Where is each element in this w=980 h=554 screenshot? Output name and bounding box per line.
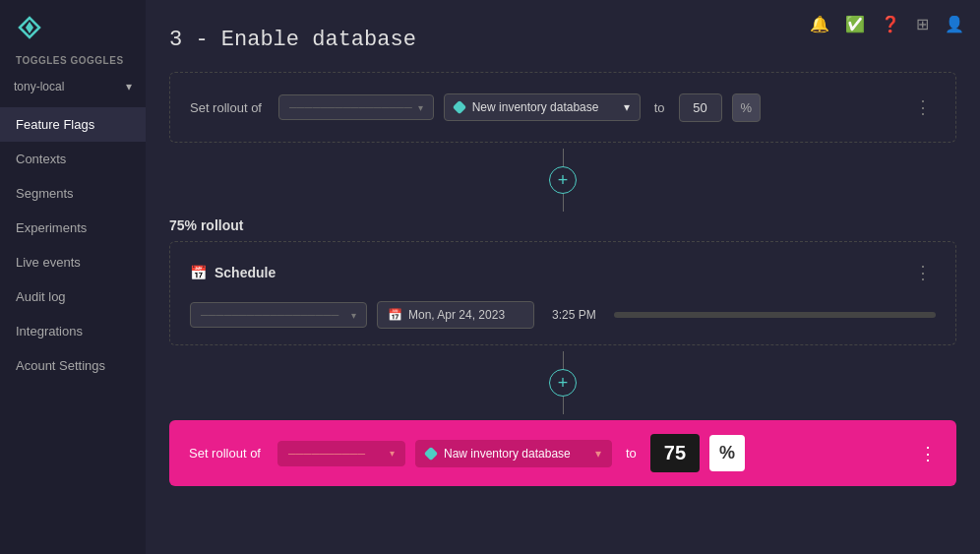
connector-line bbox=[563, 194, 564, 212]
sidebar-item-segments[interactable]: Segments bbox=[0, 176, 146, 211]
schedule-title-text: Schedule bbox=[214, 265, 276, 280]
step1-more-button[interactable]: ⋮ bbox=[910, 92, 936, 122]
step1-to-label: to bbox=[650, 100, 669, 115]
sidebar-item-label: Experiments bbox=[16, 220, 87, 235]
schedule-date-picker[interactable]: 📅 Mon, Apr 24, 2023 bbox=[377, 301, 534, 329]
topbar: 🔔 ✅ ❓ ⊞ 👤 bbox=[146, 0, 980, 47]
check-circle-icon[interactable]: ✅ bbox=[845, 15, 865, 33]
org-name: tony-local bbox=[14, 80, 64, 93]
step2-card: Set rollout of ────────── ▾ Naw inventor… bbox=[169, 420, 956, 486]
calendar-icon: 📅 bbox=[190, 265, 207, 280]
sidebar-item-label: Acount Settings bbox=[16, 358, 105, 373]
step1-strategy-select[interactable]: ──────────────── ▾ bbox=[278, 94, 434, 120]
step2-feature-name: Naw inventory database bbox=[444, 447, 571, 461]
sidebar-item-live-events[interactable]: Live events bbox=[0, 245, 146, 279]
rollout-section: 75% rollout 📅 Schedule ⋮ ───────────────… bbox=[169, 217, 956, 345]
sidebar: TOGGLES GOGGLES tony-local ▾ Feature Fla… bbox=[0, 0, 146, 554]
sidebar-item-integrations[interactable]: Integrations bbox=[0, 314, 146, 348]
schedule-date: Mon, Apr 24, 2023 bbox=[408, 308, 505, 322]
add-step-button-2[interactable]: + bbox=[549, 369, 577, 397]
sidebar-item-account-settings[interactable]: Acount Settings bbox=[0, 348, 146, 383]
sidebar-item-label: Contexts bbox=[16, 152, 66, 166]
question-circle-icon[interactable]: ❓ bbox=[881, 15, 900, 33]
step2-more-button[interactable]: ⋮ bbox=[919, 443, 937, 464]
step2-strategy-select[interactable]: ────────── ▾ bbox=[277, 441, 405, 466]
calendar-icon: 📅 bbox=[388, 308, 402, 322]
schedule-header: 📅 Schedule ⋮ bbox=[190, 258, 936, 287]
rollout-percent-label: 75% rollout bbox=[169, 217, 956, 233]
step1-percent-sign: % bbox=[732, 93, 762, 122]
feature-dot-icon bbox=[453, 100, 466, 114]
org-selector[interactable]: tony-local ▾ bbox=[0, 74, 146, 99]
step1-strategy-value: ──────────────── bbox=[289, 101, 412, 113]
schedule-more-button[interactable]: ⋮ bbox=[910, 258, 936, 287]
plus-icon: + bbox=[558, 374, 569, 392]
sidebar-item-label: Live events bbox=[16, 255, 81, 270]
schedule-title: 📅 Schedule bbox=[190, 265, 276, 280]
connector1: + bbox=[169, 143, 956, 217]
connector-line bbox=[563, 397, 564, 414]
step1-rollout-row: Set rollout of ──────────────── ▾ New in… bbox=[190, 92, 936, 122]
sidebar-item-label: Audit log bbox=[16, 289, 66, 304]
chevron-down-icon: ▾ bbox=[595, 447, 601, 461]
chevron-down-icon: ▾ bbox=[418, 102, 423, 113]
add-step-button-1[interactable]: + bbox=[549, 166, 577, 194]
sidebar-nav: Feature Flags Contexts Segments Experime… bbox=[0, 107, 146, 383]
sidebar-item-label: Feature Flags bbox=[16, 117, 94, 132]
time-slider[interactable] bbox=[614, 312, 936, 318]
connector-line bbox=[563, 149, 564, 166]
step1-card: Set rollout of ──────────────── ▾ New in… bbox=[169, 72, 956, 143]
step2-feature-select[interactable]: Naw inventory database ▾ bbox=[415, 440, 612, 467]
main-content: 🔔 ✅ ❓ ⊞ 👤 3 - Enable database Set rollou… bbox=[146, 0, 980, 554]
chevron-down-icon: ▾ bbox=[126, 80, 132, 93]
sidebar-item-feature-flags[interactable]: Feature Flags bbox=[0, 107, 146, 142]
schedule-strategy-select[interactable]: ────────────────── ▾ bbox=[190, 302, 367, 328]
plus-icon: + bbox=[558, 171, 569, 189]
step2-percent-sign: % bbox=[709, 435, 745, 471]
schedule-row: ────────────────── ▾ 📅 Mon, Apr 24, 2023… bbox=[190, 301, 936, 329]
chevron-down-icon: ▾ bbox=[624, 100, 630, 114]
step1-feature-select[interactable]: New inventory database ▾ bbox=[444, 93, 641, 121]
connector-line bbox=[563, 351, 564, 369]
sidebar-item-contexts[interactable]: Contexts bbox=[0, 142, 146, 176]
bell-icon[interactable]: 🔔 bbox=[810, 15, 829, 33]
grid-icon[interactable]: ⊞ bbox=[916, 15, 929, 33]
user-icon[interactable]: 👤 bbox=[945, 15, 964, 33]
schedule-card: 📅 Schedule ⋮ ────────────────── ▾ 📅 Mon,… bbox=[169, 241, 956, 345]
sidebar-item-label: Segments bbox=[16, 186, 74, 201]
feature-dot-icon bbox=[424, 446, 438, 460]
schedule-strategy-value: ────────────────── bbox=[201, 309, 338, 321]
sidebar-item-label: Integrations bbox=[16, 324, 83, 339]
step2-to-label: to bbox=[622, 446, 641, 461]
step1-rollout-label: Set rollout of bbox=[190, 100, 269, 115]
step1-percent-input[interactable]: 50 bbox=[679, 93, 722, 122]
step2-strategy-value: ────────── bbox=[288, 448, 365, 460]
chevron-down-icon: ▾ bbox=[351, 310, 356, 321]
step2-rollout-label: Set rollout of bbox=[189, 446, 268, 461]
schedule-time: 3:25 PM bbox=[544, 302, 604, 328]
svg-marker-1 bbox=[26, 22, 33, 33]
sidebar-logo bbox=[0, 0, 146, 55]
sidebar-item-experiments[interactable]: Experiments bbox=[0, 211, 146, 245]
brand-label: TOGGLES GOGGLES bbox=[0, 55, 146, 74]
sidebar-item-audit-log[interactable]: Audit log bbox=[0, 279, 146, 314]
connector2: + bbox=[169, 345, 956, 420]
step1-feature-name: New inventory database bbox=[472, 100, 599, 114]
step2-percent-value[interactable]: 75 bbox=[650, 434, 700, 472]
chevron-down-icon: ▾ bbox=[390, 448, 395, 459]
